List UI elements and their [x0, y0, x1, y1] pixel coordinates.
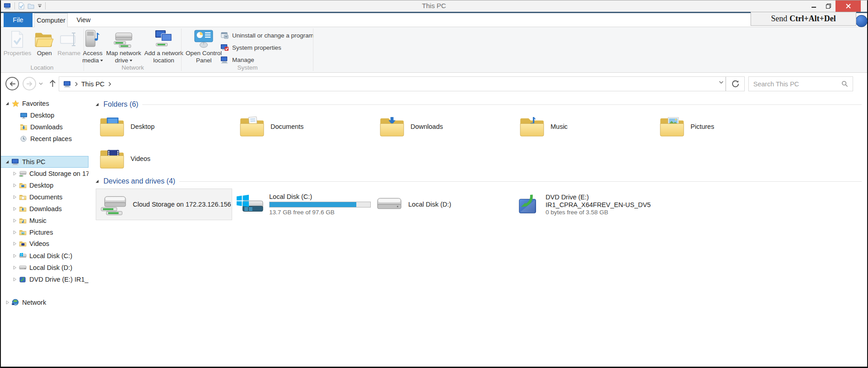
device-tile-local-disk-c[interactable]: Local Disk (C:) 13.7 GB free of 97.6 GB	[236, 189, 372, 220]
chevron-down-icon	[130, 60, 132, 61]
expand-arrow-icon[interactable]	[11, 183, 18, 188]
sidebar-item-pc-videos[interactable]: Videos	[0, 238, 89, 250]
system-properties-button[interactable]: System properties	[220, 42, 314, 52]
expand-arrow-icon[interactable]	[4, 300, 10, 305]
map-network-drive-button[interactable]: Map networkdrive	[105, 28, 142, 65]
address-history-chevron[interactable]	[719, 81, 723, 84]
expand-arrow-icon[interactable]	[11, 241, 18, 246]
breadcrumb-arrow-icon[interactable]	[75, 82, 78, 86]
breadcrumb-arrow-icon[interactable]	[108, 82, 111, 86]
devices-section-header[interactable]: Devices and drives (4)	[95, 177, 862, 185]
expand-arrow-icon[interactable]	[11, 218, 18, 223]
sidebar-item-this-pc[interactable]: This PC	[0, 156, 89, 168]
collapse-arrow-icon[interactable]	[95, 179, 99, 184]
uninstall-icon	[220, 31, 229, 40]
sidebar-item-local-disk-d[interactable]: Local Disk (D:)	[0, 262, 89, 274]
rename-button[interactable]: Rename	[56, 28, 82, 57]
refresh-button[interactable]	[726, 76, 745, 91]
device-tile-cloud-storage[interactable]: Cloud Storage on 172.23.126.156	[96, 189, 232, 220]
tab-file[interactable]: File	[4, 13, 33, 27]
this-pc-icon	[63, 80, 71, 88]
close-button[interactable]	[835, 0, 861, 12]
ribbon-group-location: Properties Open Rename Location	[0, 27, 84, 72]
access-media-icon	[84, 28, 101, 50]
folder-tile-videos[interactable]: Videos	[99, 145, 235, 173]
tab-view[interactable]: View	[70, 13, 98, 27]
folders-section-header[interactable]: Folders (6)	[95, 100, 862, 109]
tab-computer[interactable]: Computer	[34, 13, 68, 27]
add-network-location-button[interactable]: Add a networklocation	[143, 28, 184, 65]
collapse-arrow-icon[interactable]	[4, 160, 10, 164]
open-control-panel-button[interactable]: Open ControlPanel	[184, 28, 223, 65]
network-drive-icon	[18, 170, 28, 177]
access-media-button[interactable]: Accessmedia	[81, 28, 104, 65]
collapse-arrow-icon[interactable]	[95, 102, 99, 107]
uninstall-program-button[interactable]: Uninstall or change a program	[220, 30, 314, 40]
videos-folder-icon	[99, 148, 125, 169]
manage-icon	[220, 56, 229, 64]
sidebar-item-favorites[interactable]: Favorites	[0, 98, 89, 109]
expand-arrow-icon[interactable]	[11, 207, 18, 211]
device-tile-local-disk-d[interactable]: Local Disk (D:)	[376, 189, 512, 220]
sidebar-item-pc-desktop[interactable]: Desktop	[0, 179, 89, 191]
search-icon[interactable]	[841, 80, 848, 87]
send-ctrl-alt-del-button[interactable]: Send Ctrl+Alt+Del	[751, 12, 856, 26]
expand-arrow-icon[interactable]	[11, 195, 18, 199]
sidebar-item-network[interactable]: Network	[0, 297, 89, 308]
pictures-folder-icon	[18, 229, 28, 236]
expand-arrow-icon[interactable]	[11, 171, 18, 176]
sidebar-item-cloud-storage[interactable]: Cloud Storage on 17	[0, 168, 89, 179]
expand-arrow-icon[interactable]	[11, 254, 18, 258]
folder-tile-pictures[interactable]: Pictures	[659, 113, 795, 141]
collapse-arrow-icon[interactable]	[4, 101, 10, 106]
address-box[interactable]: This PC	[59, 76, 726, 91]
this-pc-icon	[10, 158, 20, 165]
recent-locations-dropdown[interactable]	[39, 82, 43, 85]
sidebar-item-pc-music[interactable]: Music	[0, 215, 89, 226]
downloads-folder-icon	[19, 123, 28, 131]
title-bar: This PC	[0, 0, 868, 12]
address-bar: This PC	[0, 73, 868, 94]
open-button[interactable]: Open	[33, 28, 56, 57]
expand-arrow-icon[interactable]	[11, 277, 18, 282]
sidebar-item-dvd-drive[interactable]: DVD Drive (E:) IR1_Cl	[0, 274, 89, 285]
group-label-location: Location	[0, 64, 84, 71]
up-button[interactable]	[49, 79, 56, 88]
volume-label: IR1_CPRA_X64FREV_EN-US_DV5	[546, 201, 651, 208]
expand-arrow-icon[interactable]	[11, 265, 18, 270]
sidebar-item-downloads[interactable]: Downloads	[0, 121, 89, 133]
system-properties-icon	[220, 43, 229, 52]
manage-button[interactable]: Manage	[220, 55, 314, 65]
sidebar-item-recent-places[interactable]: Recent places	[0, 133, 89, 145]
sidebar-item-pc-downloads[interactable]: Downloads	[0, 203, 89, 215]
folder-tile-music[interactable]: Music	[519, 113, 655, 141]
network-drive-icon	[100, 193, 127, 216]
dvd-drive-icon	[516, 193, 540, 216]
device-tile-dvd-drive[interactable]: DVD Drive (E:) IR1_CPRA_X64FREV_EN-US_DV…	[516, 189, 658, 220]
sidebar-item-desktop[interactable]: Desktop	[0, 109, 89, 121]
downloads-folder-icon	[18, 206, 28, 212]
rename-icon	[60, 28, 79, 50]
properties-icon	[10, 28, 24, 50]
properties-button[interactable]: Properties	[2, 28, 33, 57]
blue-circle-icon[interactable]	[855, 15, 868, 27]
folder-tile-documents[interactable]: Documents	[239, 113, 375, 141]
sidebar-item-pc-pictures[interactable]: Pictures	[0, 226, 89, 238]
back-button[interactable]	[5, 77, 19, 90]
control-panel-icon	[194, 28, 214, 50]
sidebar-item-pc-documents[interactable]: Documents	[0, 191, 89, 203]
disk-usage-bar	[269, 202, 371, 208]
minimize-button[interactable]	[807, 0, 821, 12]
breadcrumb-this-pc[interactable]: This PC	[81, 80, 105, 88]
search-input[interactable]	[753, 80, 839, 88]
restore-button[interactable]	[821, 0, 835, 12]
ctrl-alt-del-label: Ctrl+Alt+Del	[789, 14, 835, 24]
expand-arrow-icon[interactable]	[11, 230, 18, 235]
folder-tile-desktop[interactable]: Desktop	[99, 113, 235, 141]
sidebar-item-local-disk-c[interactable]: Local Disk (C:)	[0, 250, 89, 262]
folder-tile-downloads[interactable]: Downloads	[379, 113, 515, 141]
videos-folder-icon	[18, 241, 28, 247]
explorer-content: Favorites Desktop Downloads Recent place…	[0, 94, 868, 367]
forward-button[interactable]	[23, 77, 36, 90]
section-divider	[142, 104, 862, 105]
